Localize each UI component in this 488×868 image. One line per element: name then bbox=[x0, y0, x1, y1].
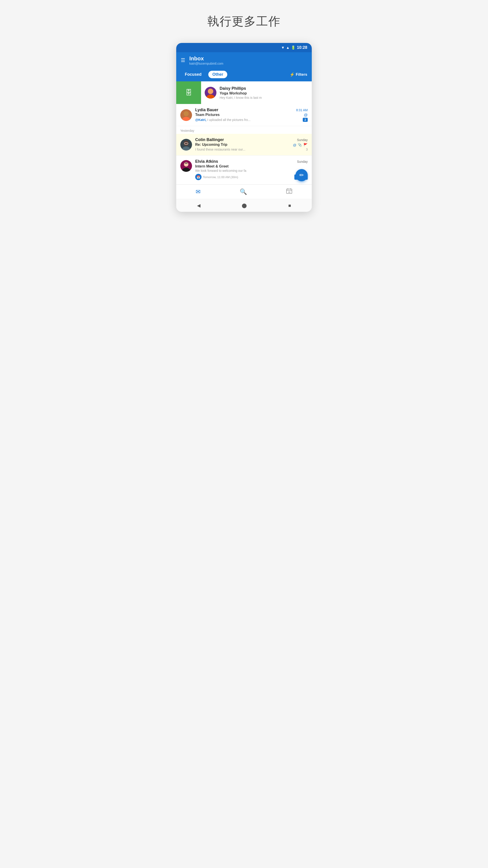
svg-rect-13 bbox=[185, 163, 188, 163]
phone-frame: ▼ ▲ 🔋 10:28 ☰ Inbox katri@lucernpubintl.… bbox=[176, 43, 312, 212]
back-button[interactable]: ◀ bbox=[197, 203, 200, 208]
android-nav: ◀ ⬤ ■ bbox=[176, 199, 312, 212]
preview-rest-lydia: I uploaded all the pictures fro... bbox=[207, 118, 250, 122]
search-nav-icon: 🔍 bbox=[240, 188, 247, 195]
time-lydia: 8:31 AM bbox=[296, 108, 308, 112]
email-body-elvia: Elvia Atkins Sunday Intern Meet & Greet … bbox=[195, 159, 308, 180]
calendar-nav-icon: 18 bbox=[286, 188, 292, 196]
nav-search[interactable]: 🔍 bbox=[240, 188, 247, 195]
home-button[interactable]: ⬤ bbox=[242, 203, 247, 208]
filters-label: Filters bbox=[296, 72, 307, 77]
signal-icon: ▲ bbox=[286, 46, 290, 50]
avatar-daisy bbox=[205, 87, 217, 98]
swipe-action-archive: 🗄 bbox=[176, 81, 201, 104]
sender-daisy: Daisy Phillips bbox=[220, 86, 246, 91]
hamburger-icon[interactable]: ☰ bbox=[181, 57, 185, 63]
svg-point-1 bbox=[208, 89, 213, 94]
bottom-nav: ✉ 🔍 18 bbox=[176, 184, 312, 199]
compose-icon: ✏ bbox=[299, 172, 304, 178]
svg-point-4 bbox=[184, 111, 189, 116]
status-bar: ▼ ▲ 🔋 10:28 bbox=[176, 43, 312, 52]
status-icons: ▼ ▲ 🔋 10:28 bbox=[281, 45, 307, 50]
preview-elvia: We look forward to welcoming our fa bbox=[195, 169, 308, 173]
preview-lydia: @Katri, I uploaded all the pictures fro.… bbox=[195, 118, 251, 122]
recents-button[interactable]: ■ bbox=[288, 203, 291, 208]
page-title: 執行更多工作 bbox=[207, 13, 281, 29]
avatar-lydia bbox=[180, 109, 192, 121]
attachment-icon-colin: 📎 bbox=[298, 143, 302, 147]
email-item-colin[interactable]: Colin Ballinger Sunday Re: Upcoming Trip… bbox=[176, 134, 312, 156]
email-content-daisy[interactable]: Daisy Phillips Yoga Workshop Hey Katri, … bbox=[201, 81, 312, 104]
avatar-elvia bbox=[180, 160, 192, 172]
subject-lydia: Team Pictures bbox=[195, 113, 220, 117]
flag-icon-colin: 🚩 bbox=[303, 143, 308, 147]
inbox-info: Inbox katri@lucernpubintl.com bbox=[189, 55, 223, 65]
time-elvia: Sunday bbox=[297, 160, 308, 163]
email-item-elvia[interactable]: Elvia Atkins Sunday Intern Meet & Greet … bbox=[176, 156, 312, 184]
preview-daisy: Hey Katri, I know this is last m bbox=[220, 96, 308, 99]
email-item-swipe-daisy[interactable]: 🗄 Daisy Phillips Yoga Workshop Hey Katri… bbox=[176, 81, 312, 104]
tab-other[interactable]: Other bbox=[208, 71, 227, 78]
subject-daisy: Yoga Workshop bbox=[220, 91, 308, 95]
rsvp-row: 📅 Tomorrow, 11:00 AM (30m) RSVP bbox=[195, 174, 308, 180]
section-header-yesterday: Yesterday bbox=[176, 126, 312, 134]
subject-elvia: Intern Meet & Greet bbox=[195, 164, 308, 168]
status-time: 10:28 bbox=[297, 45, 307, 50]
nav-mail[interactable]: ✉ bbox=[196, 188, 201, 195]
compose-fab[interactable]: ✏ bbox=[295, 169, 308, 181]
event-time: Tomorrow, 11:00 AM (30m) bbox=[203, 176, 238, 179]
mention-lydia: @Katri, bbox=[195, 118, 206, 122]
email-body-colin: Colin Ballinger Sunday Re: Upcoming Trip… bbox=[195, 137, 308, 152]
sender-colin: Colin Ballinger bbox=[195, 137, 224, 142]
svg-text:18: 18 bbox=[288, 191, 290, 193]
count-colin: 3 bbox=[306, 148, 308, 151]
filters-button[interactable]: ⚡ Filters bbox=[290, 72, 307, 77]
tabs-bar: Focused Other ⚡ Filters bbox=[176, 68, 312, 81]
badge-lydia: 2 bbox=[303, 118, 308, 122]
email-list: 🗄 Daisy Phillips Yoga Workshop Hey Katri… bbox=[176, 81, 312, 184]
email-item-lydia[interactable]: Lydia Bauer 8:31 AM Team Pictures @ @Kat… bbox=[176, 104, 312, 126]
inbox-title: Inbox bbox=[189, 55, 223, 62]
battery-icon: 🔋 bbox=[291, 45, 295, 50]
preview-colin: I found these restaurants near our... bbox=[195, 148, 246, 151]
wifi-icon: ▼ bbox=[281, 46, 285, 50]
avatar-colin bbox=[180, 139, 192, 151]
calendar-chip: 📅 Tomorrow, 11:00 AM (30m) bbox=[195, 174, 238, 180]
bolt-icon: ⚡ bbox=[290, 72, 295, 77]
subject-colin: Re: Upcoming Trip bbox=[195, 143, 227, 147]
calendar-small-icon: 📅 bbox=[195, 174, 201, 180]
sender-lydia: Lydia Bauer bbox=[195, 107, 218, 112]
sender-elvia: Elvia Atkins bbox=[195, 159, 218, 164]
section-label: Yesterday bbox=[180, 129, 194, 132]
inbox-email: katri@lucernpubintl.com bbox=[189, 62, 223, 65]
archive-icon: 🗄 bbox=[185, 89, 192, 96]
tab-focused[interactable]: Focused bbox=[181, 71, 205, 78]
email-body-daisy: Daisy Phillips Yoga Workshop Hey Katri, … bbox=[220, 86, 308, 99]
app-bar: ☰ Inbox katri@lucernpubintl.com bbox=[176, 52, 312, 68]
time-colin: Sunday bbox=[297, 138, 308, 142]
nav-calendar[interactable]: 18 bbox=[286, 188, 292, 196]
email-item-elvia-wrapper: Elvia Atkins Sunday Intern Meet & Greet … bbox=[176, 156, 312, 184]
mention-icon-colin: @ bbox=[293, 143, 296, 147]
mention-icon-lydia: @ bbox=[304, 113, 308, 117]
email-body-lydia: Lydia Bauer 8:31 AM Team Pictures @ @Kat… bbox=[195, 107, 308, 122]
mail-nav-icon: ✉ bbox=[196, 188, 201, 195]
